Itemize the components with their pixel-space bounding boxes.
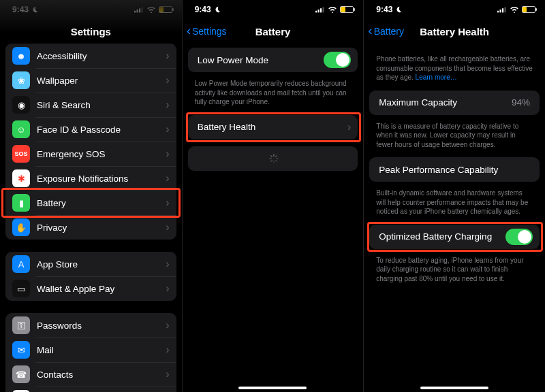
home-indicator[interactable]	[420, 387, 488, 389]
svg-rect-18	[502, 8, 503, 12]
header: ‹ Battery Battery Health	[364, 19, 545, 44]
wifi-icon	[146, 6, 156, 13]
settings-row-label: App Store	[37, 259, 159, 270]
settings-row-label: Wallpaper	[37, 76, 159, 86]
chevron-right-icon: ›	[166, 50, 169, 62]
chevron-right-icon: ›	[166, 344, 169, 356]
chevron-right-icon: ›	[166, 99, 169, 111]
wallpaper-icon: ❀	[12, 71, 30, 89]
settings-row-label: Exposure Notifications	[37, 174, 159, 184]
home-indicator[interactable]	[238, 387, 307, 389]
settings-row-label: Face ID & Passcode	[37, 125, 159, 135]
cell-signal-icon	[134, 6, 144, 13]
max-capacity-label: Maximum Capacity	[379, 97, 505, 108]
max-capacity-group: Maximum Capacity 94%	[369, 91, 540, 115]
max-capacity-row[interactable]: Maximum Capacity 94%	[369, 91, 540, 115]
dnd-icon	[214, 6, 221, 13]
chevron-right-icon: ›	[166, 282, 169, 295]
svg-rect-3	[141, 7, 142, 13]
learn-more-link[interactable]: Learn more…	[416, 74, 457, 81]
loading-group	[188, 146, 358, 171]
status-time: 9:43	[195, 5, 211, 14]
cell-signal-icon	[315, 6, 325, 13]
chevron-right-icon: ›	[166, 148, 169, 160]
settings-row-wallet-apple-pay[interactable]: ▭Wallet & Apple Pay›	[5, 276, 176, 301]
svg-line-12	[271, 155, 272, 157]
settings-row-privacy[interactable]: ✋Privacy›	[5, 215, 176, 240]
settings-row-label: Contacts	[37, 370, 159, 380]
settings-row-siri-search[interactable]: ◉Siri & Search›	[5, 93, 176, 117]
chevron-right-icon: ›	[166, 258, 169, 270]
privacy-icon: ✋	[12, 218, 30, 236]
battery-health-label: Battery Health	[198, 122, 341, 132]
settings-row-label: Passwords	[37, 321, 159, 331]
status-bar: 9:43	[0, 0, 182, 19]
optimized-charging-toggle[interactable]	[505, 229, 533, 245]
back-label: Battery	[374, 26, 404, 37]
svg-rect-4	[315, 11, 317, 13]
battery-health-row[interactable]: Battery Health ›	[188, 115, 358, 140]
chevron-right-icon: ›	[166, 197, 169, 209]
back-button[interactable]: ‹ Settings	[187, 19, 227, 44]
status-bar: 9:43	[183, 0, 364, 19]
peak-performance-group: Peak Performance Capability	[369, 157, 540, 182]
settings-row-emergency-sos[interactable]: SOSEmergency SOS›	[5, 142, 176, 166]
optimized-charging-row[interactable]: Optimized Battery Charging	[369, 225, 540, 249]
optimized-charging-caption: To reduce battery aging, iPhone learns f…	[364, 256, 545, 292]
siri-icon: ◉	[12, 96, 30, 114]
back-label: Settings	[192, 26, 227, 37]
chevron-right-icon: ›	[166, 123, 169, 135]
chevron-right-icon: ›	[166, 368, 169, 380]
page-title: Battery	[255, 26, 291, 37]
settings-row-label: Emergency SOS	[37, 149, 159, 159]
settings-row-label: Siri & Search	[37, 100, 159, 110]
mail-icon: ✉	[12, 341, 30, 359]
wifi-icon	[510, 6, 519, 13]
settings-row-accessibility[interactable]: ☻Accessibility›	[5, 44, 176, 68]
settings-row-mail[interactable]: ✉Mail›	[5, 338, 176, 362]
svg-line-13	[276, 160, 277, 161]
settings-row-wallpaper[interactable]: ❀Wallpaper›	[5, 68, 176, 93]
faceid-icon: ☺	[12, 120, 30, 138]
appstore-icon: A	[12, 255, 30, 273]
svg-rect-5	[318, 10, 320, 12]
header: Settings	[0, 19, 182, 44]
settings-row-label: Wallet & Apple Pay	[37, 284, 159, 294]
battery-indicator-icon	[159, 6, 172, 13]
low-power-toggle[interactable]	[324, 52, 351, 68]
status-time: 9:43	[376, 5, 392, 14]
battery-indicator-icon	[522, 6, 535, 13]
svg-line-14	[276, 155, 277, 157]
page-title: Battery Health	[420, 26, 489, 37]
settings-row-app-store[interactable]: AApp Store›	[5, 252, 176, 276]
settings-row-face-id-passcode[interactable]: ☺Face ID & Passcode›	[5, 117, 176, 142]
max-capacity-value: 94%	[512, 97, 530, 108]
spinner-icon	[269, 154, 279, 163]
back-button[interactable]: ‹ Battery	[368, 19, 404, 44]
battery-health-panel: 9:43 ‹ Battery Battery Health Phone batt…	[363, 0, 545, 392]
chevron-right-icon: ›	[166, 221, 169, 233]
accessibility-icon: ☻	[12, 47, 30, 65]
settings-row-label: Accessibility	[37, 51, 159, 61]
battery-panel: 9:43 ‹ Settings Battery Low Power Mode L…	[182, 0, 364, 392]
settings-row-contacts[interactable]: ☎Contacts›	[5, 362, 176, 387]
settings-group-c: ⚿Passwords›✉Mail›☎Contacts›▦Calendar›≣No…	[5, 313, 176, 392]
dnd-icon	[31, 6, 38, 13]
cell-signal-icon	[497, 6, 507, 13]
peak-performance-row[interactable]: Peak Performance Capability	[369, 157, 540, 182]
chevron-left-icon: ‹	[368, 24, 372, 37]
max-capacity-caption: This is a measure of battery capacity re…	[364, 122, 545, 158]
settings-row-exposure-notifications[interactable]: ✱Exposure Notifications›	[5, 166, 176, 191]
peak-performance-label: Peak Performance Capability	[379, 165, 533, 175]
peak-performance-caption: Built-in dynamic software and hardware s…	[364, 189, 545, 225]
settings-row-passwords[interactable]: ⚿Passwords›	[5, 313, 176, 338]
chevron-right-icon: ›	[347, 121, 351, 133]
low-power-mode-row[interactable]: Low Power Mode	[188, 48, 358, 72]
page-title: Settings	[71, 26, 111, 37]
settings-row-battery[interactable]: ▮Battery›	[5, 191, 176, 215]
chevron-right-icon: ›	[166, 319, 169, 331]
status-bar: 9:43	[364, 0, 545, 19]
header: ‹ Settings Battery	[183, 19, 364, 44]
intro-caption: Phone batteries, like all rechargeable b…	[364, 48, 545, 91]
settings-row-calendar[interactable]: ▦Calendar›	[5, 387, 176, 392]
